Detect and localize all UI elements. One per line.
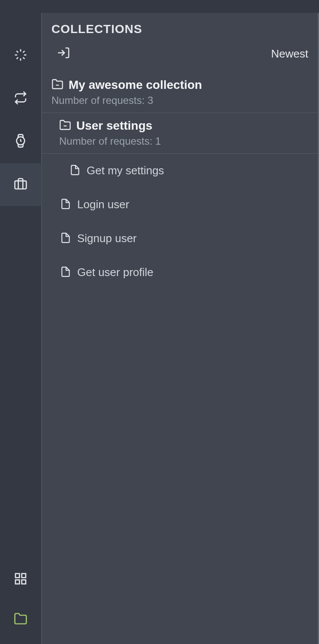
- request-label: Login user: [77, 198, 129, 211]
- request-label: Get my settings: [87, 164, 164, 177]
- sidebar-item-activity[interactable]: [0, 34, 42, 77]
- request-item[interactable]: Get my settings: [42, 154, 318, 188]
- svg-line-6: [17, 58, 18, 59]
- loader-icon: [14, 48, 27, 64]
- svg-rect-12: [22, 580, 26, 584]
- folder-icon: [14, 612, 27, 627]
- collection-item[interactable]: My awesome collection Number of requests…: [42, 72, 318, 113]
- folder-minus-icon: [59, 119, 71, 133]
- svg-line-7: [23, 51, 25, 53]
- subcollection-item[interactable]: User settings Number of requests: 1: [42, 113, 318, 154]
- sidebar-item-grid[interactable]: [0, 558, 42, 601]
- briefcase-icon: [14, 177, 27, 192]
- collection-request-count: Number of requests: 3: [51, 94, 308, 106]
- watch-icon: [14, 134, 27, 149]
- repeat-icon: [14, 91, 27, 106]
- panel-actions: Newest: [42, 40, 318, 72]
- folder-minus-icon: [51, 78, 63, 92]
- file-icon: [60, 232, 71, 245]
- sidebar-item-repeat[interactable]: [0, 77, 42, 120]
- collection-name: My awesome collection: [69, 78, 202, 92]
- main-container: COLLECTIONS Newest My awesome collection…: [0, 13, 319, 644]
- svg-rect-10: [15, 574, 19, 577]
- sidebar-item-watch[interactable]: [0, 120, 42, 163]
- file-icon: [69, 164, 81, 177]
- request-item[interactable]: Get user profile: [42, 255, 318, 289]
- panel-title: COLLECTIONS: [42, 13, 318, 40]
- request-item[interactable]: Login user: [42, 188, 318, 222]
- file-icon: [60, 266, 71, 279]
- subcollection-name: User settings: [76, 119, 152, 133]
- sort-dropdown[interactable]: Newest: [271, 47, 308, 61]
- collections-panel: COLLECTIONS Newest My awesome collection…: [42, 13, 319, 644]
- grid-icon: [14, 572, 27, 587]
- svg-line-2: [17, 51, 18, 53]
- import-icon[interactable]: [57, 46, 70, 61]
- request-item[interactable]: Signup user: [42, 222, 318, 255]
- subcollection-request-count: Number of requests: 1: [59, 135, 308, 147]
- svg-rect-13: [15, 580, 19, 584]
- sidebar: [0, 13, 42, 644]
- svg-rect-11: [22, 574, 26, 577]
- top-bar: [0, 0, 319, 13]
- request-label: Signup user: [77, 232, 137, 245]
- svg-rect-9: [15, 181, 27, 189]
- sidebar-item-briefcase[interactable]: [0, 163, 42, 206]
- request-label: Get user profile: [77, 266, 153, 279]
- sidebar-item-folder[interactable]: [0, 601, 42, 644]
- file-icon: [60, 198, 71, 211]
- svg-line-3: [23, 58, 25, 59]
